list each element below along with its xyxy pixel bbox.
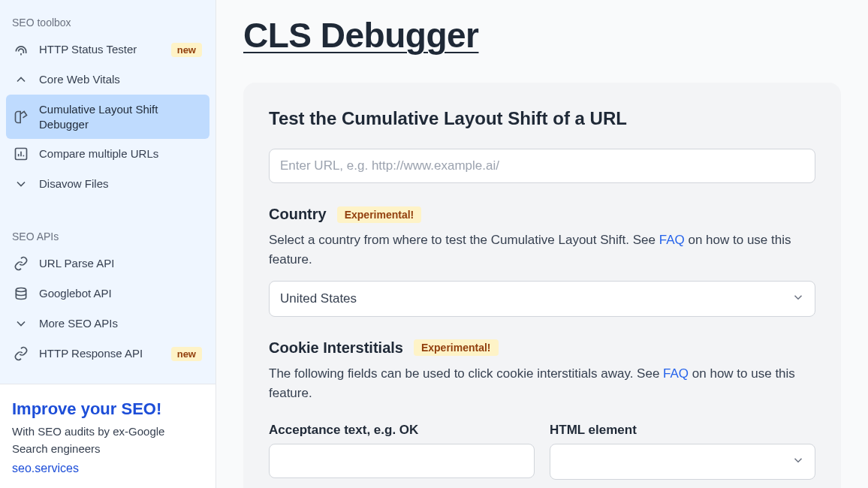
chart-icon [14, 146, 29, 161]
sidebar-item-label: Cumulative Layout Shift Debugger [39, 102, 202, 131]
sidebar-item-label: Googlebot API [39, 286, 202, 301]
card-title: Test the Cumulative Layout Shift of a UR… [269, 108, 815, 129]
sidebar-item-cls-debugger[interactable]: Cumulative Layout Shift Debugger [6, 95, 209, 139]
promo-link[interactable]: seo.services [12, 462, 79, 474]
new-badge: new [171, 347, 202, 361]
sidebar-item-url-parse-api[interactable]: URL Parse API [6, 249, 209, 279]
form-card: Test the Cumulative Layout Shift of a UR… [243, 83, 841, 488]
html-element-label: HTML element [550, 423, 815, 438]
faq-link[interactable]: FAQ [663, 366, 689, 381]
section-header-toolbox: SEO toolbox [6, 6, 209, 35]
sidebar-item-label: HTTP Response API [39, 346, 161, 361]
new-badge: new [171, 43, 202, 57]
promo-subtitle: With SEO audits by ex-Google Search engi… [12, 423, 203, 457]
promo-title: Improve your SEO! [12, 399, 203, 419]
experimental-badge: Experimental! [414, 339, 499, 356]
sidebar-item-googlebot-api[interactable]: Googlebot API [6, 279, 209, 309]
sidebar-item-label: URL Parse API [39, 256, 202, 271]
link-icon [14, 346, 29, 361]
promo-box: Improve your SEO! With SEO audits by ex-… [0, 384, 215, 488]
sidebar-item-label: Disavow Files [39, 176, 202, 191]
section-header-apis: SEO APIs [6, 220, 209, 249]
acceptance-text-label: Acceptance text, e.g. OK [269, 423, 535, 438]
url-input[interactable] [269, 149, 815, 183]
swatch-icon [14, 110, 29, 125]
svg-point-4 [16, 288, 26, 292]
sidebar-item-core-web-vitals[interactable]: Core Web Vitals [6, 65, 209, 95]
chevron-down-icon [14, 176, 29, 191]
sidebar-item-label: Compare multiple URLs [39, 146, 202, 161]
sidebar-item-label: Core Web Vitals [39, 72, 202, 87]
faq-link[interactable]: FAQ [659, 233, 685, 247]
cookie-help-text: The following fields can be used to clic… [269, 364, 815, 404]
sidebar-item-disavow-files[interactable]: Disavow Files [6, 169, 209, 199]
database-icon [14, 286, 29, 301]
sidebar-item-compare-urls[interactable]: Compare multiple URLs [6, 139, 209, 169]
page-title: CLS Debugger [243, 15, 841, 56]
country-help-text: Select a country from where to test the … [269, 230, 815, 270]
country-select[interactable]: United States [269, 281, 815, 317]
sidebar-item-label: More SEO APIs [39, 316, 202, 331]
acceptance-text-input[interactable] [269, 444, 535, 478]
country-label: Country [269, 206, 327, 223]
link-icon [14, 256, 29, 271]
experimental-badge: Experimental! [337, 206, 422, 223]
fingerprint-icon [14, 42, 29, 57]
sidebar-item-more-seo-apis[interactable]: More SEO APIs [6, 309, 209, 339]
sidebar: SEO toolbox HTTP Status Tester new Core … [0, 0, 216, 488]
main-content: CLS Debugger Test the Cumulative Layout … [216, 0, 868, 488]
cookie-label: Cookie Interstitials [269, 339, 403, 357]
chevron-up-icon [14, 72, 29, 87]
sidebar-item-http-response-api[interactable]: HTTP Response API new [6, 339, 209, 369]
sidebar-item-http-status[interactable]: HTTP Status Tester new [6, 35, 209, 65]
chevron-down-icon [14, 316, 29, 331]
html-element-select[interactable] [550, 444, 815, 480]
sidebar-item-label: HTTP Status Tester [39, 42, 161, 57]
